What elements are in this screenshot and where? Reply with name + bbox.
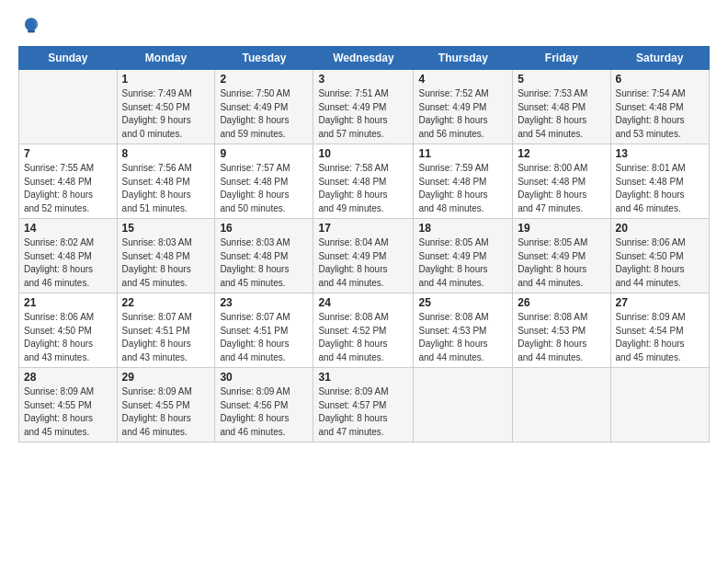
header-day: Wednesday [313,47,414,70]
calendar-week-row: 28Sunrise: 8:09 AMSunset: 4:55 PMDayligh… [19,368,710,442]
calendar-cell: 14Sunrise: 8:02 AMSunset: 4:48 PMDayligh… [19,219,118,293]
day-info: Sunrise: 8:04 AMSunset: 4:49 PMDaylight:… [318,236,408,290]
calendar-cell: 12Sunrise: 8:00 AMSunset: 4:48 PMDayligh… [513,144,610,219]
calendar-cell: 23Sunrise: 8:07 AMSunset: 4:51 PMDayligh… [215,293,313,368]
day-number: 13 [616,147,704,160]
calendar-cell: 26Sunrise: 8:08 AMSunset: 4:53 PMDayligh… [513,293,610,368]
calendar-cell: 4Sunrise: 7:52 AMSunset: 4:49 PMDaylight… [414,70,513,144]
calendar-cell: 9Sunrise: 7:57 AMSunset: 4:48 PMDaylight… [215,144,313,219]
calendar-cell: 1Sunrise: 7:49 AMSunset: 4:50 PMDaylight… [117,70,215,144]
day-info: Sunrise: 7:49 AMSunset: 4:50 PMDaylight:… [122,87,210,141]
day-number: 20 [616,222,704,235]
day-info: Sunrise: 8:08 AMSunset: 4:53 PMDaylight:… [518,311,605,364]
day-number: 14 [24,222,112,235]
day-number: 10 [318,147,408,160]
calendar-cell: 16Sunrise: 8:03 AMSunset: 4:48 PMDayligh… [215,219,313,293]
calendar-week-row: 7Sunrise: 7:55 AMSunset: 4:48 PMDaylight… [19,144,710,219]
day-number: 26 [518,296,605,309]
header-day: Friday [513,47,610,70]
day-info: Sunrise: 8:03 AMSunset: 4:48 PMDaylight:… [122,236,210,290]
calendar-cell: 22Sunrise: 8:07 AMSunset: 4:51 PMDayligh… [117,293,215,368]
calendar-cell: 13Sunrise: 8:01 AMSunset: 4:48 PMDayligh… [610,144,709,219]
logo [18,15,48,40]
day-info: Sunrise: 8:00 AMSunset: 4:48 PMDaylight:… [518,162,605,215]
day-info: Sunrise: 7:52 AMSunset: 4:49 PMDaylight:… [418,87,507,141]
day-info: Sunrise: 8:01 AMSunset: 4:48 PMDaylight:… [616,162,704,215]
day-info: Sunrise: 7:50 AMSunset: 4:49 PMDaylight:… [220,87,308,141]
day-number: 21 [24,296,112,309]
calendar-week-row: 21Sunrise: 8:06 AMSunset: 4:50 PMDayligh… [19,293,710,368]
day-number: 3 [318,73,408,86]
calendar-cell: 11Sunrise: 7:59 AMSunset: 4:48 PMDayligh… [414,144,513,219]
calendar-cell: 18Sunrise: 8:05 AMSunset: 4:49 PMDayligh… [414,219,513,293]
day-number: 1 [122,73,210,86]
calendar-week-row: 1Sunrise: 7:49 AMSunset: 4:50 PMDaylight… [19,70,710,144]
calendar-cell: 8Sunrise: 7:56 AMSunset: 4:48 PMDaylight… [117,144,215,219]
calendar-cell: 25Sunrise: 8:08 AMSunset: 4:53 PMDayligh… [414,293,513,368]
day-info: Sunrise: 8:09 AMSunset: 4:56 PMDaylight:… [220,385,308,439]
day-number: 25 [418,296,507,309]
calendar-cell: 27Sunrise: 8:09 AMSunset: 4:54 PMDayligh… [610,293,709,368]
day-info: Sunrise: 7:54 AMSunset: 4:48 PMDaylight:… [616,87,704,141]
header-day: Monday [117,47,215,70]
day-info: Sunrise: 7:59 AMSunset: 4:48 PMDaylight:… [418,162,507,215]
day-info: Sunrise: 8:02 AMSunset: 4:48 PMDaylight:… [24,236,112,290]
day-info: Sunrise: 8:08 AMSunset: 4:52 PMDaylight:… [318,311,408,364]
calendar-cell [610,368,709,442]
day-number: 22 [122,296,210,309]
calendar-cell: 31Sunrise: 8:09 AMSunset: 4:57 PMDayligh… [313,368,414,442]
day-number: 19 [518,222,605,235]
day-info: Sunrise: 8:06 AMSunset: 4:50 PMDaylight:… [24,311,112,364]
day-number: 7 [24,147,112,160]
header-day: Sunday [19,47,118,70]
day-number: 28 [24,371,112,384]
day-number: 6 [616,73,704,86]
day-number: 11 [418,147,507,160]
day-info: Sunrise: 8:06 AMSunset: 4:50 PMDaylight:… [616,236,704,290]
calendar-cell: 5Sunrise: 7:53 AMSunset: 4:48 PMDaylight… [513,70,610,144]
calendar-cell: 24Sunrise: 8:08 AMSunset: 4:52 PMDayligh… [313,293,414,368]
day-number: 23 [220,296,308,309]
day-number: 4 [418,73,507,86]
day-info: Sunrise: 7:57 AMSunset: 4:48 PMDaylight:… [220,162,308,215]
calendar-table: SundayMondayTuesdayWednesdayThursdayFrid… [18,46,710,442]
day-info: Sunrise: 8:07 AMSunset: 4:51 PMDaylight:… [122,311,210,364]
day-info: Sunrise: 8:05 AMSunset: 4:49 PMDaylight:… [518,236,605,290]
header-row: SundayMondayTuesdayWednesdayThursdayFrid… [19,47,710,70]
day-info: Sunrise: 8:05 AMSunset: 4:49 PMDaylight:… [418,236,507,290]
day-number: 2 [220,73,308,86]
calendar-cell: 20Sunrise: 8:06 AMSunset: 4:50 PMDayligh… [610,219,709,293]
calendar-week-row: 14Sunrise: 8:02 AMSunset: 4:48 PMDayligh… [19,219,710,293]
day-info: Sunrise: 7:58 AMSunset: 4:48 PMDaylight:… [318,162,408,215]
calendar-cell: 21Sunrise: 8:06 AMSunset: 4:50 PMDayligh… [19,293,118,368]
calendar-cell: 2Sunrise: 7:50 AMSunset: 4:49 PMDaylight… [215,70,313,144]
day-number: 31 [318,371,408,384]
day-info: Sunrise: 8:09 AMSunset: 4:54 PMDaylight:… [616,311,704,364]
calendar-cell: 30Sunrise: 8:09 AMSunset: 4:56 PMDayligh… [215,368,313,442]
day-info: Sunrise: 8:08 AMSunset: 4:53 PMDaylight:… [418,311,507,364]
calendar-cell: 28Sunrise: 8:09 AMSunset: 4:55 PMDayligh… [19,368,118,442]
calendar-cell: 17Sunrise: 8:04 AMSunset: 4:49 PMDayligh… [313,219,414,293]
day-number: 24 [318,296,408,309]
calendar-cell: 10Sunrise: 7:58 AMSunset: 4:48 PMDayligh… [313,144,414,219]
day-number: 30 [220,371,308,384]
day-number: 17 [318,222,408,235]
calendar-cell [19,70,118,144]
day-info: Sunrise: 8:09 AMSunset: 4:55 PMDaylight:… [122,385,210,439]
day-number: 27 [616,296,704,309]
day-info: Sunrise: 8:03 AMSunset: 4:48 PMDaylight:… [220,236,308,290]
logo-icon [18,15,44,40]
header [18,15,710,40]
calendar-cell [414,368,513,442]
day-info: Sunrise: 7:56 AMSunset: 4:48 PMDaylight:… [122,162,210,215]
day-info: Sunrise: 8:09 AMSunset: 4:55 PMDaylight:… [24,385,112,439]
header-day: Thursday [414,47,513,70]
day-number: 12 [518,147,605,160]
day-number: 5 [518,73,605,86]
day-info: Sunrise: 7:51 AMSunset: 4:49 PMDaylight:… [318,87,408,141]
calendar-cell: 7Sunrise: 7:55 AMSunset: 4:48 PMDaylight… [19,144,118,219]
header-day: Tuesday [215,47,313,70]
day-number: 9 [220,147,308,160]
calendar-cell: 19Sunrise: 8:05 AMSunset: 4:49 PMDayligh… [513,219,610,293]
calendar-cell: 29Sunrise: 8:09 AMSunset: 4:55 PMDayligh… [117,368,215,442]
